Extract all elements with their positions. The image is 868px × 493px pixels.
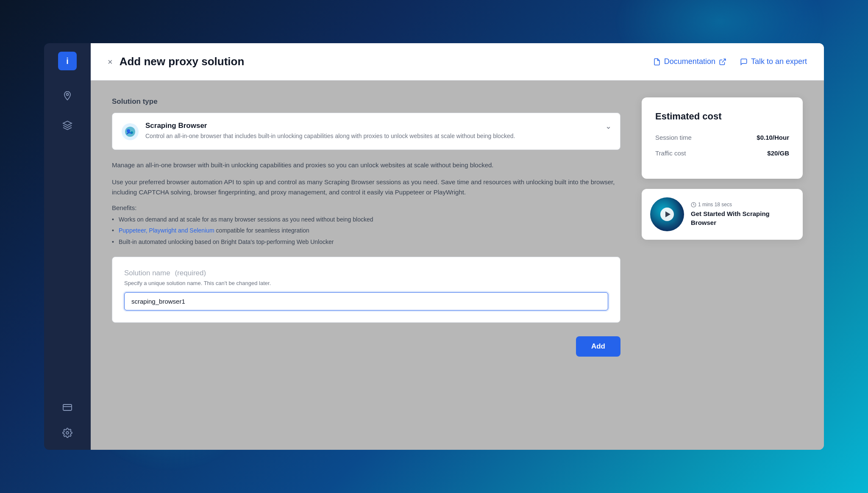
logo[interactable]: i [58, 52, 77, 70]
solution-name-card: Solution name (required) Specify a uniqu… [112, 257, 620, 323]
talk-to-expert-label: Talk to an expert [751, 57, 807, 66]
solution-name-heading: Scraping Browser [145, 122, 515, 130]
main-content: × Add new proxy solution Documentation [91, 43, 824, 450]
video-duration: 1 mins 18 secs [691, 202, 794, 208]
solution-type-info: Scraping Browser Control an all-in-one b… [121, 122, 515, 141]
modal-title: Add new proxy solution [120, 55, 245, 68]
benefits-section: Benefits: Works on demand and at scale f… [112, 204, 620, 246]
document-icon [653, 58, 661, 66]
app-container: i [44, 43, 824, 450]
video-thumbnail [650, 197, 684, 231]
add-button-container: Add [112, 336, 620, 357]
chat-icon [740, 58, 748, 66]
cost-card-title: Estimated cost [655, 111, 789, 122]
external-link-icon [719, 58, 726, 66]
play-button[interactable] [660, 208, 674, 221]
video-card[interactable]: 1 mins 18 secs Get Started With Scraping… [642, 189, 803, 240]
modal-header: × Add new proxy solution Documentation [91, 43, 824, 80]
svg-rect-1 [63, 404, 72, 410]
solution-name-field-label: Solution name (required) [124, 269, 608, 277]
svg-point-2 [66, 432, 69, 434]
svg-point-5 [125, 127, 135, 137]
sidebar-item-pin[interactable] [59, 87, 76, 104]
benefit-item-1: Works on demand and at scale for as many… [112, 215, 620, 224]
sidebar-item-billing[interactable] [59, 399, 76, 416]
estimated-cost-card: Estimated cost Session time $0.10/Hour T… [642, 97, 803, 179]
svg-point-0 [67, 94, 69, 96]
cost-value-traffic: $20/GB [767, 150, 789, 157]
description-paragraph-2: Use your preferred browser automation AP… [112, 177, 620, 197]
svg-point-6 [127, 129, 130, 133]
video-info: 1 mins 18 secs Get Started With Scraping… [691, 202, 794, 227]
solution-type-header: Scraping Browser Control an all-in-one b… [121, 122, 612, 141]
solution-name-input[interactable] [124, 292, 608, 310]
add-button[interactable]: Add [576, 336, 620, 357]
documentation-label: Documentation [664, 57, 715, 66]
modal-header-left: × Add new proxy solution [108, 55, 244, 68]
cost-row-session: Session time $0.10/Hour [655, 134, 789, 141]
documentation-link[interactable]: Documentation [653, 57, 726, 66]
benefit-item-2: Puppeteer, Playwright and Selenium compa… [112, 226, 620, 235]
close-button[interactable]: × [108, 58, 113, 66]
solution-type-text: Scraping Browser Control an all-in-one b… [145, 122, 515, 141]
sidebar-item-settings[interactable] [59, 424, 76, 441]
solution-description: Control an all-in-one browser that inclu… [145, 132, 515, 141]
sidebar-item-layers[interactable] [59, 117, 76, 134]
compatibility-link[interactable]: Puppeteer, Playwright and Selenium [119, 227, 214, 234]
cost-label-traffic: Traffic cost [655, 150, 686, 157]
solution-name-hint: Specify a unique solution name. This can… [124, 280, 608, 286]
scraping-browser-icon [121, 122, 139, 141]
modal-overlay: × Add new proxy solution Documentation [91, 43, 824, 450]
description-paragraph-1: Manage an all-in-one browser with built-… [112, 160, 620, 170]
svg-line-3 [722, 59, 725, 62]
cost-label-session: Session time [655, 134, 692, 141]
benefits-list: Works on demand and at scale for as many… [112, 215, 620, 246]
modal-header-right: Documentation Talk to an expert [653, 57, 807, 66]
cost-row-traffic: Traffic cost $20/GB [655, 150, 789, 157]
benefits-title: Benefits: [112, 204, 620, 211]
benefit-item-3: Built-in automated unlocking based on Br… [112, 237, 620, 246]
sidebar: i [44, 43, 91, 450]
sidebar-bottom [59, 399, 76, 441]
solution-type-label: Solution type [112, 97, 620, 106]
talk-to-expert-link[interactable]: Talk to an expert [740, 57, 807, 66]
modal-left: Solution type [112, 97, 642, 433]
modal-body: Solution type [91, 80, 824, 450]
cost-value-session: $0.10/Hour [757, 134, 789, 141]
clock-icon [691, 202, 696, 208]
solution-type-card: Scraping Browser Control an all-in-one b… [112, 113, 620, 150]
modal-right: Estimated cost Session time $0.10/Hour T… [642, 97, 803, 433]
video-title: Get Started With Scraping Browser [691, 209, 794, 227]
chevron-down-icon[interactable]: ⌄ [605, 122, 612, 131]
